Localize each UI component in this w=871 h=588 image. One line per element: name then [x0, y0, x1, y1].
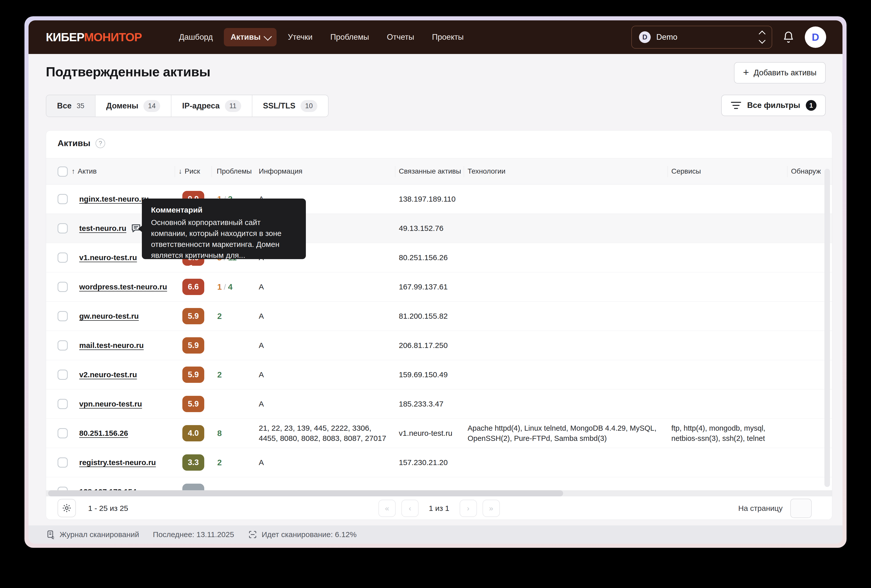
pagination-range: 1 - 25 из 25: [88, 504, 128, 513]
prev-page-button[interactable]: ‹: [401, 500, 419, 517]
user-avatar[interactable]: D: [805, 27, 826, 48]
table-row[interactable]: registry.test-neuro.ru 3.3 2 A 157.230.2…: [46, 448, 832, 477]
risk-badge: 6.6: [183, 279, 204, 295]
asset-cell: vpn.neuro-test.ru: [79, 400, 142, 408]
column-header-discovered[interactable]: Обнаруж: [791, 167, 821, 175]
asset-link[interactable]: registry.test-neuro.ru: [79, 458, 156, 467]
asset-cell: wordpress.test-neuro.ru: [79, 282, 167, 291]
select-chevrons-icon: [760, 31, 765, 43]
horizontal-scrollbar-thumb[interactable]: [48, 490, 563, 496]
nav-item-projects[interactable]: Проекты: [425, 28, 470, 46]
table-row[interactable]: wordpress.test-neuro.ru 6.6 1/4 A 167.99…: [46, 272, 832, 301]
tab-domains[interactable]: Домены 14: [96, 95, 171, 116]
row-checkbox[interactable]: [58, 223, 68, 233]
plus-icon: +: [743, 67, 749, 78]
asset-cell: mail.test-neuro.ru: [79, 341, 144, 350]
top-navigation: КИБЕРМОНИТОР Дашборд Активы Утечки Пробл…: [28, 20, 843, 54]
asset-cell: v2.neuro-test.ru: [79, 370, 137, 379]
row-checkbox[interactable]: [58, 282, 68, 292]
table-row[interactable]: gw.neuro-test.ru 5.9 2 A 81.200.155.82: [46, 301, 832, 331]
risk-badge: 5.9: [183, 337, 204, 354]
asset-link[interactable]: 138.197.173.154: [79, 488, 136, 490]
row-checkbox[interactable]: [58, 370, 68, 380]
problems-cell[interactable]: 2: [217, 370, 222, 379]
asset-link[interactable]: wordpress.test-neuro.ru: [79, 282, 167, 291]
problems-cell[interactable]: 2: [217, 312, 222, 321]
asset-cell: gw.neuro-test.ru: [79, 312, 139, 321]
asset-cell: nginx.test-neuro.ru: [79, 195, 149, 203]
related-assets-cell: 138.197.189.110: [399, 195, 456, 203]
app-window: КИБЕРМОНИТОР Дашборд Активы Утечки Пробл…: [28, 20, 843, 544]
row-checkbox[interactable]: [58, 311, 68, 321]
asset-link[interactable]: v1.neuro-test.ru: [79, 253, 137, 262]
column-header-asset[interactable]: ↑Актив: [72, 167, 97, 175]
asset-link[interactable]: vpn.neuro-test.ru: [79, 400, 142, 408]
all-filters-button[interactable]: Все фильтры 1: [721, 95, 826, 116]
show-more-link[interactable]: Показать больше: [151, 264, 297, 272]
tab-ip-addresses[interactable]: IP-адреса 11: [171, 95, 252, 116]
last-page-button[interactable]: »: [482, 500, 500, 517]
risk-badge: 3.3: [183, 454, 204, 471]
table-row[interactable]: v2.neuro-test.ru 5.9 2 A 159.69.150.49: [46, 360, 832, 390]
table-row[interactable]: mail.test-neuro.ru 5.9 A 206.81.17.250: [46, 331, 832, 360]
column-header-risk[interactable]: ↓Риск: [178, 167, 200, 175]
nav-item-problems[interactable]: Проблемы: [324, 28, 376, 46]
horizontal-scrollbar-track[interactable]: [46, 490, 832, 496]
filters-count-badge: 1: [806, 100, 817, 111]
row-checkbox[interactable]: [58, 340, 68, 351]
row-checkbox[interactable]: [58, 457, 68, 468]
comment-tooltip: Комментарий Основной корпоративный сайт …: [142, 198, 306, 259]
row-checkbox[interactable]: [58, 428, 68, 438]
asset-link[interactable]: test-neuro.ru: [79, 224, 126, 233]
help-icon[interactable]: ?: [96, 139, 105, 148]
nav-item-leaks[interactable]: Утечки: [281, 28, 319, 46]
asset-link[interactable]: nginx.test-neuro.ru: [79, 195, 149, 203]
organization-badge: D: [639, 31, 651, 43]
asset-link[interactable]: mail.test-neuro.ru: [79, 341, 144, 350]
nav-item-assets[interactable]: Активы: [224, 28, 277, 46]
column-header-services[interactable]: Сервисы: [671, 167, 701, 175]
table-row[interactable]: 80.251.156.26 4.0 8 21, 22, 23, 139, 445…: [46, 419, 832, 448]
asset-cell: 80.251.156.26: [79, 429, 128, 437]
row-checkbox[interactable]: [58, 399, 68, 409]
column-header-problems[interactable]: Проблемы: [217, 167, 251, 175]
info-cell: A: [259, 457, 392, 468]
table-settings-button[interactable]: [58, 499, 76, 517]
per-page-select[interactable]: [790, 498, 812, 518]
vertical-scrollbar[interactable]: [825, 169, 830, 487]
row-checkbox[interactable]: [58, 487, 68, 490]
column-header-related[interactable]: Связанные активы: [399, 167, 461, 175]
organization-selector[interactable]: D Demo: [632, 26, 772, 49]
problems-cell[interactable]: 1/4: [217, 282, 232, 292]
row-checkbox[interactable]: [58, 252, 68, 263]
table-title: Активы: [58, 138, 90, 148]
column-header-info[interactable]: Информация: [259, 167, 302, 175]
add-assets-button[interactable]: + Добавить активы: [734, 62, 826, 84]
scan-journal-label: Журнал сканирований: [60, 530, 139, 539]
problems-cell[interactable]: 8: [217, 429, 222, 438]
notifications-bell-icon[interactable]: [783, 31, 795, 44]
first-page-button[interactable]: «: [379, 500, 396, 517]
tab-ssl-tls[interactable]: SSL/TLS 10: [252, 95, 328, 116]
tab-domains-count: 14: [144, 100, 160, 112]
table-row[interactable]: vpn.neuro-test.ru 5.9 A 185.233.3.47: [46, 390, 832, 419]
tab-all[interactable]: Все 35: [46, 95, 96, 116]
problems-cell[interactable]: 2: [217, 458, 222, 467]
row-checkbox[interactable]: [58, 194, 68, 204]
organization-name: Demo: [656, 33, 760, 42]
asset-cell: registry.test-neuro.ru: [79, 458, 156, 467]
info-cell: 21, 22, 23, 139, 445, 2222, 3306, 4455, …: [259, 423, 392, 443]
asset-link[interactable]: gw.neuro-test.ru: [79, 312, 139, 321]
scan-journal-link[interactable]: Журнал сканирований: [46, 530, 139, 539]
risk-badge: 4.0: [183, 425, 204, 442]
info-cell: A: [259, 370, 392, 380]
select-all-checkbox[interactable]: [58, 166, 68, 177]
next-page-button[interactable]: ›: [459, 500, 477, 517]
table-row[interactable]: 138.197.173.154: [46, 477, 832, 490]
nav-item-dashboard[interactable]: Дашборд: [172, 28, 220, 46]
column-header-tech[interactable]: Технологии: [468, 167, 506, 175]
asset-link[interactable]: 80.251.156.26: [79, 429, 128, 437]
asset-link[interactable]: v2.neuro-test.ru: [79, 370, 137, 379]
nav-item-reports[interactable]: Отчеты: [380, 28, 421, 46]
pager: « ‹ 1 из 1 › »: [379, 500, 500, 517]
